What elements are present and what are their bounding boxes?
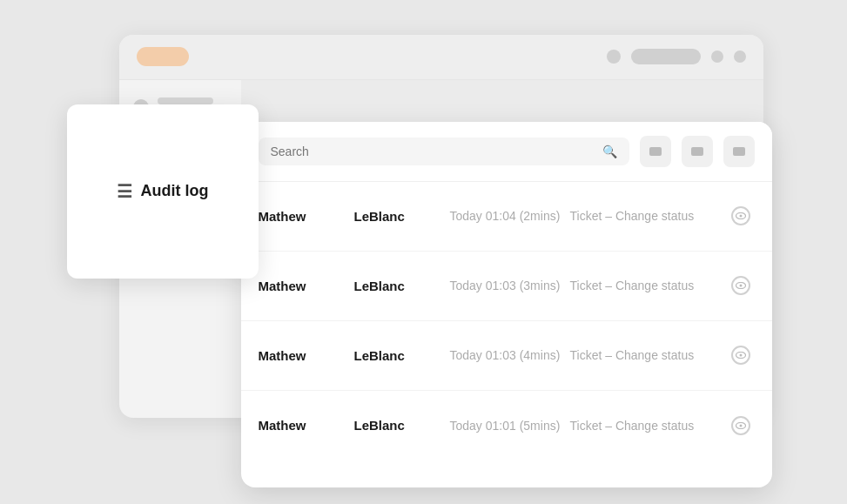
view-button[interactable] <box>727 206 755 225</box>
filter-icon <box>649 147 662 156</box>
last-name: LeBlanc <box>354 209 450 224</box>
view-button[interactable] <box>727 416 755 435</box>
last-name: LeBlanc <box>354 279 450 293</box>
view-button[interactable] <box>727 276 755 295</box>
eye-icon[interactable] <box>731 276 750 295</box>
first-name: Mathew <box>259 279 354 293</box>
action-label: Ticket – Change status <box>570 419 727 433</box>
filter-button[interactable] <box>640 136 671 167</box>
svg-point-1 <box>739 215 742 218</box>
audit-table: Mathew LeBlanc Today 01:04 (2mins) Ticke… <box>241 182 772 460</box>
action-label: Ticket – Change status <box>570 348 727 362</box>
search-box[interactable]: 🔍 <box>259 138 629 165</box>
search-input[interactable] <box>271 144 595 158</box>
timestamp: Today 01:03 (3mins) <box>450 279 570 292</box>
timestamp: Today 01:01 (5mins) <box>450 419 570 433</box>
search-icon[interactable]: 🔍 <box>602 144 617 158</box>
back-line <box>158 97 213 104</box>
timestamp: Today 01:04 (2mins) <box>450 209 570 223</box>
first-name: Mathew <box>259 209 354 224</box>
main-toolbar: 🔍 <box>241 122 772 182</box>
last-name: LeBlanc <box>354 348 450 363</box>
first-name: Mathew <box>259 348 354 363</box>
table-row: Mathew LeBlanc Today 01:04 (2mins) Ticke… <box>241 182 772 252</box>
back-circle-2 <box>711 50 723 63</box>
audit-log-label: ☰ Audit log <box>117 181 209 202</box>
scene: ☰ Audit log 🔍 Mathew LeBlanc Toda <box>67 35 781 470</box>
list-icon: ☰ <box>117 181 132 202</box>
first-name: Mathew <box>259 418 354 433</box>
main-card: 🔍 Mathew LeBlanc Today 01:04 (2mins) Tic… <box>241 122 772 487</box>
timestamp: Today 01:03 (4mins) <box>450 348 570 362</box>
back-circle-3 <box>734 50 746 63</box>
svg-point-7 <box>739 424 742 427</box>
svg-point-3 <box>739 285 742 287</box>
view-button[interactable] <box>727 346 755 365</box>
action-label: Ticket – Change status <box>570 279 727 292</box>
sort-button[interactable] <box>682 136 713 167</box>
table-row: Mathew LeBlanc Today 01:01 (5mins) Ticke… <box>241 391 772 460</box>
sort-icon <box>691 147 703 156</box>
last-name: LeBlanc <box>354 418 450 433</box>
back-pill <box>137 47 189 66</box>
eye-icon[interactable] <box>731 346 750 365</box>
table-row: Mathew LeBlanc Today 01:03 (3mins) Ticke… <box>241 252 772 321</box>
back-pill-gray <box>631 49 701 64</box>
table-row: Mathew LeBlanc Today 01:03 (4mins) Ticke… <box>241 321 772 391</box>
back-topbar <box>119 35 763 80</box>
eye-icon[interactable] <box>731 416 750 435</box>
back-circle-1 <box>607 50 621 64</box>
more-button[interactable] <box>723 136 755 167</box>
audit-log-title: Audit log <box>141 182 209 200</box>
action-label: Ticket – Change status <box>570 209 727 223</box>
more-icon <box>733 147 745 156</box>
eye-icon[interactable] <box>731 206 750 225</box>
audit-log-card: ☰ Audit log <box>67 104 259 279</box>
svg-point-5 <box>739 354 742 357</box>
